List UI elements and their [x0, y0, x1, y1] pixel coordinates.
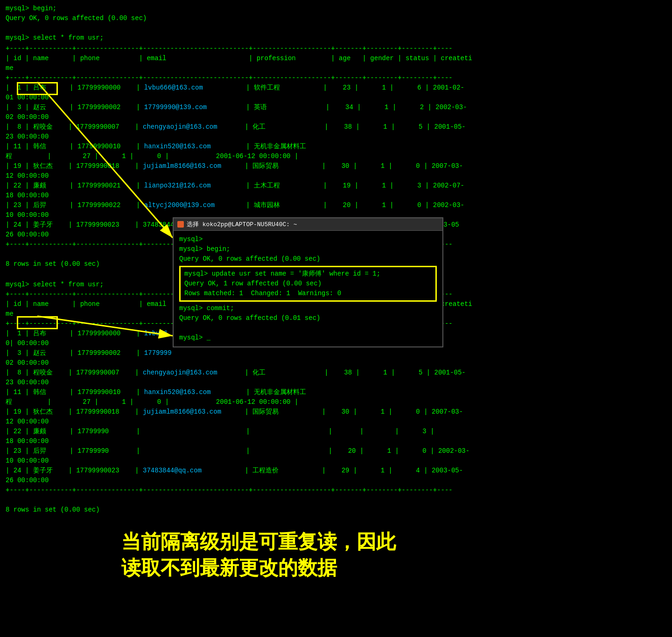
table-row-3a: | 8 | 程咬金 | 17799990007 | chengyaojin@16… [6, 122, 666, 132]
overlay-prompt: mysql> _ [179, 333, 437, 343]
table2-row-8a: | 24 | 姜子牙 | 17799990023 | 37483844@qq.c… [6, 466, 666, 476]
section-top: mysql> begin; Query OK, 0 rows affected … [6, 4, 666, 43]
overlay-line-1: mysql> [179, 235, 437, 244]
table-row-6b: 18 00:00:00 [6, 191, 666, 201]
overlay-line-3: Query OK, 0 rows affected (0.00 sec) [179, 254, 437, 264]
table2-row-5a: | 19 | 狄仁杰 | 17799990018 | jujiamlm8166@… [6, 407, 666, 417]
table2-row-7b: 10 00:00:00 [6, 456, 666, 466]
line-blank-1 [6, 23, 666, 33]
table-row-4b: 程 | 27 | 1 | 0 | 2001-06-12 00:00:00 | [6, 152, 666, 161]
overlay-title-icon [177, 221, 184, 228]
table-sep-bot-2: +----+-----------+----------------+-----… [6, 485, 666, 495]
overlay-commit-result: Query OK, 0 rows affected (0.01 sec) [179, 313, 437, 323]
overlay-title-text: 选择 koko2pp@LAPTOP-NU5RU40C: ~ [187, 220, 297, 228]
overlay-result-line: Query OK, 1 row affected (0.00 sec) [184, 279, 432, 289]
overlay-terminal-window[interactable]: 选择 koko2pp@LAPTOP-NU5RU40C: ~ mysql> mys… [173, 217, 443, 347]
table-row-1a: | 1 | 吕布 | 17799990000 | lvbu666@163.com… [6, 83, 666, 93]
overlay-content: mysql> mysql> begin; Query OK, 0 rows af… [174, 231, 442, 346]
table-row-1b: 01 00:00:00 [6, 93, 666, 103]
table2-row-6b: 18 00:00:00 [6, 436, 666, 446]
overlay-rows-line: Rows matched: 1 Changed: 1 Warnings: 0 [184, 289, 432, 298]
annotation-line2: 读取不到最新更改的数据 [121, 555, 396, 581]
table2-row-2b: 02 00:00:00 [6, 358, 666, 368]
overlay-highlight-box: mysql> update usr set name = '康师傅' where… [179, 266, 437, 302]
overlay-blank [179, 323, 437, 333]
overlay-cmd-line: mysql> update usr set name = '康师傅' where… [184, 269, 432, 279]
table-row-3b: 23 00:00:00 [6, 132, 666, 142]
table2-row-7a: | 23 | 后羿 | 17799990 | | | 20 | 1 | 0 | … [6, 446, 666, 456]
table-row-6a: | 22 | 廉颇 | 17799990021 | lianpo321@126.… [6, 181, 666, 191]
annotation-text: 当前隔离级别是可重复读，因此 读取不到最新更改的数据 [121, 529, 396, 581]
table-row-2b: 02 00:00:00 [6, 112, 666, 122]
overlay-line-2: mysql> begin; [179, 244, 437, 254]
line-query-ok-1: Query OK, 0 rows affected (0.00 sec) [6, 14, 666, 23]
table2-row-5b: 12 00:00:00 [6, 417, 666, 427]
table-header-1: | id | name | phone | email | profession… [6, 54, 666, 63]
table-row-2a: | 3 | 赵云 | 17799990002 | 17799990@139.co… [6, 103, 666, 112]
rows-count-2-text: 8 rows in set (0.00 sec) [6, 505, 666, 515]
table-header-cont-1: me [6, 63, 666, 73]
rows-count-2-blank [6, 495, 666, 505]
line-select-1: mysql> select * from usr; [6, 33, 666, 43]
overlay-titlebar: 选择 koko2pp@LAPTOP-NU5RU40C: ~ [174, 218, 442, 231]
table-row-5a: | 19 | 狄仁杰 | 17799990018 | jujiamlm8166@… [6, 161, 666, 171]
annotation-line1: 当前隔离级别是可重复读，因此 [121, 529, 396, 555]
table-row-7a: | 23 | 后羿 | 17799990022 | altycj2000@139… [6, 201, 666, 210]
table2-row-4a: | 11 | 韩信 | 17799990010 | hanxin520@163.… [6, 388, 666, 397]
table2-row-3a: | 8 | 程咬金 | 17799990007 | chengyaojin@16… [6, 368, 666, 378]
overlay-commit-line: mysql> commit; [179, 304, 437, 313]
table-sep-top-1: +----+-----------+----------------+-----… [6, 44, 666, 54]
table2-row-8b: 26 00:00:00 [6, 476, 666, 485]
terminal-window: mysql> begin; Query OK, 0 rows affected … [0, 0, 672, 637]
table2-row-3b: 23 00:00:00 [6, 378, 666, 388]
table2-row-4b: 程 | 27 | 1 | 0 | 2001-06-12 00:00:00 | [6, 397, 666, 407]
line-begin: mysql> begin; [6, 4, 666, 14]
table2-row-2a: | 3 | 赵云 | 17799990002 | 1779999 [6, 348, 666, 358]
table-row-5b: 12 00:00:00 [6, 171, 666, 181]
table2-row-6a: | 22 | 廉颇 | 17799990 | | | | | 3 | [6, 427, 666, 436]
table-sep-mid-1: +----+-----------+----------------+-----… [6, 73, 666, 83]
table-row-4a: | 11 | 韩信 | 17799990010 | hanxin520@163.… [6, 142, 666, 152]
